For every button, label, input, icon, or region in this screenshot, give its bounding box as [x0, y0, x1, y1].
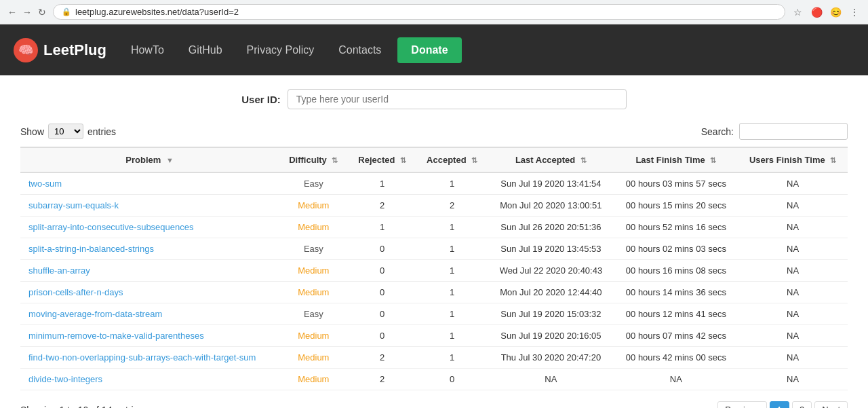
accepted-cell: 0: [416, 369, 488, 390]
problem-cell: divide-two-integers: [20, 369, 279, 390]
address-bar[interactable]: 🔒 leetplug.azurewebsites.net/data?userId…: [53, 4, 785, 20]
th-accepted[interactable]: Accepted ⇅: [416, 147, 488, 172]
bookmark-icon[interactable]: ☆: [791, 5, 804, 19]
url-text: leetplug.azurewebsites.net/data?userId=2: [75, 7, 239, 17]
problem-link[interactable]: prison-cells-after-n-days: [28, 287, 123, 297]
data-table: Problem ▼ Difficulty ⇅ Rejected ⇅ Accept…: [20, 147, 848, 390]
accepted-cell: 1: [416, 238, 488, 260]
page-2-button[interactable]: 2: [792, 401, 812, 408]
forward-button[interactable]: →: [22, 7, 33, 18]
problem-cell: minimum-remove-to-make-valid-parentheses: [20, 325, 279, 347]
table-row: find-two-non-overlapping-sub-arrays-each…: [20, 347, 848, 369]
problem-link[interactable]: moving-average-from-data-stream: [28, 309, 162, 319]
last-accepted-cell: Sun Jul 19 2020 15:03:32: [488, 303, 614, 325]
problem-link[interactable]: two-sum: [28, 179, 62, 189]
main-content: User ID: Show 10 25 50 100 entries Searc…: [0, 75, 868, 408]
accepted-cell: 1: [416, 217, 488, 238]
problem-cell: find-two-non-overlapping-sub-arrays-each…: [20, 347, 279, 369]
table-row: two-sum Easy 1 1 Sun Jul 19 2020 13:41:5…: [20, 172, 848, 195]
th-last-finish-time[interactable]: Last Finish Time ⇅: [614, 147, 738, 172]
accepted-cell: 1: [416, 260, 488, 282]
last-finish-time-cell: 00 hours 42 mins 00 secs: [614, 347, 738, 369]
table-row: divide-two-integers Medium 2 0 NA NA NA: [20, 369, 848, 390]
last-accepted-cell: Sun Jul 19 2020 13:41:54: [488, 172, 614, 195]
problem-cell: two-sum: [20, 172, 279, 195]
entries-select[interactable]: 10 25 50 100: [48, 124, 83, 139]
rejected-cell: 1: [348, 217, 416, 238]
th-problem[interactable]: Problem ▼: [20, 147, 279, 172]
table-row: moving-average-from-data-stream Easy 0 1…: [20, 303, 848, 325]
problem-link[interactable]: subarray-sum-equals-k: [28, 200, 119, 210]
logo-text: LeetPlug: [43, 41, 106, 59]
table-row: split-array-into-consecutive-subsequence…: [20, 217, 848, 238]
entries-label: entries: [87, 126, 116, 137]
rejected-cell: 0: [348, 238, 416, 260]
problem-link[interactable]: split-a-string-in-balanced-strings: [28, 244, 154, 254]
extension-icon-2[interactable]: 😊: [829, 5, 842, 19]
rejected-cell: 0: [348, 303, 416, 325]
show-entries: Show 10 25 50 100 entries: [20, 124, 116, 139]
users-finish-time-cell: NA: [738, 303, 848, 325]
page-1-button[interactable]: 1: [770, 401, 789, 408]
th-users-finish-time[interactable]: Users Finish Time ⇅: [738, 147, 848, 172]
refresh-button[interactable]: ↻: [37, 7, 47, 18]
th-rejected[interactable]: Rejected ⇅: [348, 147, 416, 172]
users-finish-time-cell: NA: [738, 195, 848, 217]
last-finish-time-cell: 00 hours 16 mins 08 secs: [614, 260, 738, 282]
search-label: Search:: [701, 126, 734, 137]
next-button[interactable]: Next: [814, 401, 848, 408]
problem-link[interactable]: divide-two-integers: [28, 374, 102, 384]
sort-icon-last-accepted: ⇅: [580, 156, 587, 164]
table-row: prison-cells-after-n-days Medium 0 1 Mon…: [20, 282, 848, 303]
difficulty-cell: Medium: [279, 282, 348, 303]
sort-icon-problem: ▼: [166, 156, 174, 164]
sort-icon-difficulty: ⇅: [332, 156, 338, 164]
table-row: minimum-remove-to-make-valid-parentheses…: [20, 325, 848, 347]
last-accepted-cell: Mon Jul 20 2020 12:44:40: [488, 282, 614, 303]
rejected-cell: 2: [348, 369, 416, 390]
th-difficulty[interactable]: Difficulty ⇅: [279, 147, 348, 172]
rejected-cell: 1: [348, 172, 416, 195]
last-accepted-cell: Thu Jul 30 2020 20:47:20: [488, 347, 614, 369]
problem-link[interactable]: shuffle-an-array: [28, 265, 90, 276]
nav-privacy[interactable]: Privacy Policy: [236, 39, 326, 62]
accepted-cell: 1: [416, 325, 488, 347]
accepted-cell: 2: [416, 195, 488, 217]
pagination-controls: Previous 1 2 Next: [717, 401, 848, 408]
nav-links: HowTo GitHub Privacy Policy Contacts Don…: [120, 37, 462, 63]
problem-cell: split-a-string-in-balanced-strings: [20, 238, 279, 260]
difficulty-cell: Medium: [279, 217, 348, 238]
nav-contacts[interactable]: Contacts: [328, 39, 392, 62]
th-last-accepted[interactable]: Last Accepted ⇅: [488, 147, 614, 172]
nav-github[interactable]: GitHub: [178, 39, 233, 62]
users-finish-time-cell: NA: [738, 260, 848, 282]
difficulty-cell: Easy: [279, 172, 348, 195]
problem-cell: split-array-into-consecutive-subsequence…: [20, 217, 279, 238]
rejected-cell: 0: [348, 260, 416, 282]
users-finish-time-cell: NA: [738, 325, 848, 347]
search-input[interactable]: [739, 123, 848, 140]
table-row: split-a-string-in-balanced-strings Easy …: [20, 238, 848, 260]
rejected-cell: 2: [348, 347, 416, 369]
problem-link[interactable]: split-array-into-consecutive-subsequence…: [28, 222, 194, 232]
sort-icon-last-finish-time: ⇅: [710, 156, 716, 164]
problem-link[interactable]: minimum-remove-to-make-valid-parentheses: [28, 331, 204, 341]
accepted-cell: 1: [416, 347, 488, 369]
userid-input[interactable]: [288, 89, 627, 109]
problem-link[interactable]: find-two-non-overlapping-sub-arrays-each…: [28, 352, 256, 363]
userid-bar: User ID:: [20, 89, 848, 109]
nav-donate-button[interactable]: Donate: [397, 37, 461, 63]
back-button[interactable]: ←: [7, 7, 18, 18]
previous-button[interactable]: Previous: [717, 401, 767, 408]
last-finish-time-cell: 00 hours 52 mins 16 secs: [614, 217, 738, 238]
difficulty-cell: Medium: [279, 347, 348, 369]
last-accepted-cell: Sun Jul 19 2020 20:16:05: [488, 325, 614, 347]
menu-icon[interactable]: ⋮: [848, 5, 861, 19]
nav-howto[interactable]: HowTo: [120, 39, 175, 62]
difficulty-cell: Medium: [279, 260, 348, 282]
problem-cell: subarray-sum-equals-k: [20, 195, 279, 217]
search-area: Search:: [701, 123, 848, 140]
extension-icon-1[interactable]: 🔴: [810, 5, 823, 19]
last-finish-time-cell: 00 hours 15 mins 20 secs: [614, 195, 738, 217]
browser-controls: ← → ↻: [7, 7, 47, 18]
